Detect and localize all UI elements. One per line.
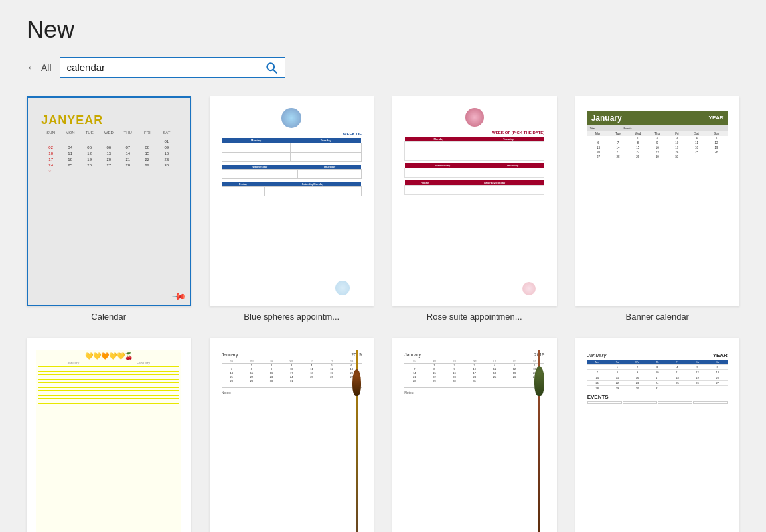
all-label[interactable]: All (41, 62, 52, 73)
template-label: Calendar (27, 312, 191, 322)
svg-line-1 (273, 69, 276, 72)
template-item[interactable]: WEEK OF [PICK THE DATE] MondayTuesday We… (392, 96, 557, 322)
svg-point-0 (267, 63, 274, 70)
template-thumbnail[interactable]: WEEK OF [PICK THE DATE] MondayTuesday We… (392, 96, 557, 306)
template-thumbnail[interactable]: 💛💛🧡💛💛🍒 January February (27, 338, 191, 532)
template-thumbnail[interactable]: January YEAR Mo Tu We Th Fr Sa Su 123456 (575, 338, 740, 532)
search-bar: ← All (27, 57, 739, 78)
templates-grid: JANYEAR SUN MON TUE WED THU FRI SAT (27, 96, 739, 532)
template-thumbnail[interactable]: WEEK OF MondayTuesday WednesdayThursday … (210, 96, 374, 306)
template-thumbnail[interactable]: January YEAR Title Events Mon Tue Wed Th… (575, 96, 740, 306)
template-thumbnail[interactable]: January 2019 Su Mo Tu We Th Fr Sa 123456… (392, 338, 557, 532)
template-label: Blue spheres appointm... (210, 312, 374, 322)
search-input[interactable] (60, 58, 260, 77)
search-icon (265, 61, 278, 74)
back-arrow-icon: ← (27, 62, 37, 74)
template-item[interactable]: January YEAR Mo Tu We Th Fr Sa Su 123456 (575, 338, 740, 532)
template-thumbnail[interactable]: January 2019 Su Mo Tu We Th Fr Sa 123456… (210, 338, 374, 532)
search-input-wrapper (60, 57, 285, 78)
template-label: Rose suite appointmen... (392, 312, 557, 322)
template-thumbnail[interactable]: JANYEAR SUN MON TUE WED THU FRI SAT (27, 96, 191, 306)
template-item[interactable]: WEEK OF MondayTuesday WednesdayThursday … (210, 96, 374, 322)
all-back-link[interactable]: ← All (27, 62, 52, 74)
template-item[interactable]: January YEAR Title Events Mon Tue Wed Th… (575, 96, 740, 322)
template-item[interactable]: JANYEAR SUN MON TUE WED THU FRI SAT (27, 96, 191, 322)
template-item[interactable]: January 2019 Su Mo Tu We Th Fr Sa 123456… (392, 338, 557, 532)
page-title: New (27, 16, 739, 44)
template-item[interactable]: January 2019 Su Mo Tu We Th Fr Sa 123456… (210, 338, 374, 532)
template-item[interactable]: 💛💛🧡💛💛🍒 January February (27, 338, 191, 532)
template-label: Banner calendar (575, 312, 740, 322)
search-button[interactable] (260, 58, 283, 77)
